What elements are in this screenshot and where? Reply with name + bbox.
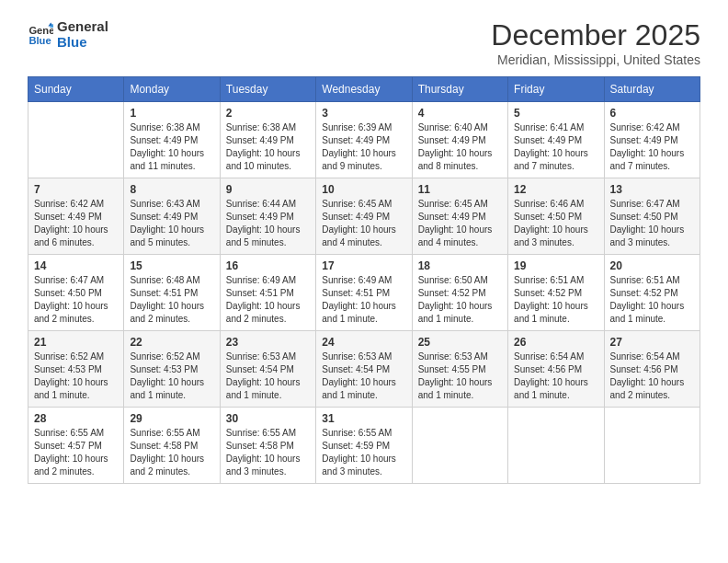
day-number: 6 xyxy=(610,107,694,120)
header-thursday: Thursday xyxy=(412,77,507,102)
day-info: Sunrise: 6:51 AM Sunset: 4:52 PM Dayligh… xyxy=(514,274,597,326)
day-number: 12 xyxy=(514,183,597,196)
day-number: 13 xyxy=(610,183,694,196)
day-info: Sunrise: 6:42 AM Sunset: 4:49 PM Dayligh… xyxy=(34,198,118,249)
calendar-cell: 19Sunrise: 6:51 AM Sunset: 4:52 PM Dayli… xyxy=(508,255,604,331)
day-info: Sunrise: 6:42 AM Sunset: 4:49 PM Dayligh… xyxy=(610,121,694,173)
day-info: Sunrise: 6:55 AM Sunset: 4:58 PM Dayligh… xyxy=(226,427,310,478)
day-info: Sunrise: 6:53 AM Sunset: 4:54 PM Dayligh… xyxy=(322,350,405,402)
calendar-week-4: 21Sunrise: 6:52 AM Sunset: 4:53 PM Dayli… xyxy=(28,331,700,408)
day-info: Sunrise: 6:54 AM Sunset: 4:56 PM Dayligh… xyxy=(514,350,597,402)
day-number: 23 xyxy=(226,336,310,349)
day-number: 24 xyxy=(322,336,405,349)
day-info: Sunrise: 6:51 AM Sunset: 4:52 PM Dayligh… xyxy=(610,274,694,326)
day-info: Sunrise: 6:55 AM Sunset: 4:58 PM Dayligh… xyxy=(130,427,213,478)
day-info: Sunrise: 6:43 AM Sunset: 4:49 PM Dayligh… xyxy=(130,198,213,249)
day-info: Sunrise: 6:44 AM Sunset: 4:49 PM Dayligh… xyxy=(226,198,310,249)
day-number: 30 xyxy=(226,412,310,425)
calendar-cell: 20Sunrise: 6:51 AM Sunset: 4:52 PM Dayli… xyxy=(604,255,700,331)
calendar-cell: 10Sunrise: 6:45 AM Sunset: 4:49 PM Dayli… xyxy=(316,178,412,255)
calendar-cell: 5Sunrise: 6:41 AM Sunset: 4:49 PM Daylig… xyxy=(508,102,604,178)
calendar-cell: 9Sunrise: 6:44 AM Sunset: 4:49 PM Daylig… xyxy=(220,178,315,255)
day-info: Sunrise: 6:55 AM Sunset: 4:57 PM Dayligh… xyxy=(34,427,118,478)
header-sunday: Sunday xyxy=(28,77,124,102)
day-number: 28 xyxy=(34,412,118,425)
day-info: Sunrise: 6:47 AM Sunset: 4:50 PM Dayligh… xyxy=(34,274,118,326)
calendar-cell: 29Sunrise: 6:55 AM Sunset: 4:58 PM Dayli… xyxy=(124,408,220,484)
day-number: 18 xyxy=(418,259,502,272)
day-info: Sunrise: 6:39 AM Sunset: 4:49 PM Dayligh… xyxy=(322,121,405,173)
day-number: 5 xyxy=(514,107,597,120)
day-info: Sunrise: 6:40 AM Sunset: 4:49 PM Dayligh… xyxy=(418,121,502,173)
day-number: 16 xyxy=(226,259,310,272)
day-number: 26 xyxy=(514,336,597,349)
day-number: 10 xyxy=(322,183,405,196)
calendar-cell: 18Sunrise: 6:50 AM Sunset: 4:52 PM Dayli… xyxy=(412,255,507,331)
day-number: 15 xyxy=(130,259,213,272)
calendar-week-2: 7Sunrise: 6:42 AM Sunset: 4:49 PM Daylig… xyxy=(28,178,700,255)
calendar-week-3: 14Sunrise: 6:47 AM Sunset: 4:50 PM Dayli… xyxy=(28,255,700,331)
day-info: Sunrise: 6:49 AM Sunset: 4:51 PM Dayligh… xyxy=(322,274,405,326)
header-saturday: Saturday xyxy=(604,77,700,102)
calendar-cell xyxy=(412,408,507,484)
day-number: 21 xyxy=(34,336,118,349)
calendar-cell: 3Sunrise: 6:39 AM Sunset: 4:49 PM Daylig… xyxy=(316,102,412,178)
calendar-cell: 30Sunrise: 6:55 AM Sunset: 4:58 PM Dayli… xyxy=(220,408,315,484)
day-number: 8 xyxy=(130,183,213,196)
calendar-cell xyxy=(508,408,604,484)
calendar-header-row: SundayMondayTuesdayWednesdayThursdayFrid… xyxy=(28,77,700,102)
calendar-cell: 28Sunrise: 6:55 AM Sunset: 4:57 PM Dayli… xyxy=(28,408,124,484)
calendar-cell xyxy=(604,408,700,484)
calendar-cell: 22Sunrise: 6:52 AM Sunset: 4:53 PM Dayli… xyxy=(124,331,220,408)
calendar-cell: 21Sunrise: 6:52 AM Sunset: 4:53 PM Dayli… xyxy=(28,331,124,408)
page-header: General Blue General Blue December 2025 … xyxy=(28,18,700,67)
calendar-week-1: 1Sunrise: 6:38 AM Sunset: 4:49 PM Daylig… xyxy=(28,102,700,178)
calendar-cell: 31Sunrise: 6:55 AM Sunset: 4:59 PM Dayli… xyxy=(316,408,412,484)
logo-blue: Blue xyxy=(57,34,108,50)
calendar-cell: 8Sunrise: 6:43 AM Sunset: 4:49 PM Daylig… xyxy=(124,178,220,255)
day-info: Sunrise: 6:38 AM Sunset: 4:49 PM Dayligh… xyxy=(130,121,213,173)
day-info: Sunrise: 6:49 AM Sunset: 4:51 PM Dayligh… xyxy=(226,274,310,326)
calendar-cell: 23Sunrise: 6:53 AM Sunset: 4:54 PM Dayli… xyxy=(220,331,315,408)
day-info: Sunrise: 6:53 AM Sunset: 4:55 PM Dayligh… xyxy=(418,350,502,402)
logo: General Blue General Blue xyxy=(28,18,108,50)
calendar-cell: 2Sunrise: 6:38 AM Sunset: 4:49 PM Daylig… xyxy=(220,102,315,178)
day-info: Sunrise: 6:55 AM Sunset: 4:59 PM Dayligh… xyxy=(322,427,405,478)
day-number: 4 xyxy=(418,107,502,120)
day-info: Sunrise: 6:47 AM Sunset: 4:50 PM Dayligh… xyxy=(610,198,694,249)
calendar-cell: 24Sunrise: 6:53 AM Sunset: 4:54 PM Dayli… xyxy=(316,331,412,408)
calendar-cell: 11Sunrise: 6:45 AM Sunset: 4:49 PM Dayli… xyxy=(412,178,507,255)
location: Meridian, Mississippi, United States xyxy=(491,52,700,67)
header-tuesday: Tuesday xyxy=(220,77,315,102)
day-number: 2 xyxy=(226,107,310,120)
day-number: 25 xyxy=(418,336,502,349)
day-info: Sunrise: 6:54 AM Sunset: 4:56 PM Dayligh… xyxy=(610,350,694,402)
day-number: 27 xyxy=(610,336,694,349)
svg-text:General: General xyxy=(28,25,53,36)
logo-general: General xyxy=(57,18,108,34)
day-info: Sunrise: 6:38 AM Sunset: 4:49 PM Dayligh… xyxy=(226,121,310,173)
day-info: Sunrise: 6:41 AM Sunset: 4:49 PM Dayligh… xyxy=(514,121,597,173)
calendar-cell: 27Sunrise: 6:54 AM Sunset: 4:56 PM Dayli… xyxy=(604,331,700,408)
calendar-week-5: 28Sunrise: 6:55 AM Sunset: 4:57 PM Dayli… xyxy=(28,408,700,484)
day-number: 31 xyxy=(322,412,405,425)
calendar-cell: 14Sunrise: 6:47 AM Sunset: 4:50 PM Dayli… xyxy=(28,255,124,331)
day-number: 14 xyxy=(34,259,118,272)
calendar-cell: 25Sunrise: 6:53 AM Sunset: 4:55 PM Dayli… xyxy=(412,331,507,408)
day-info: Sunrise: 6:50 AM Sunset: 4:52 PM Dayligh… xyxy=(418,274,502,326)
day-info: Sunrise: 6:52 AM Sunset: 4:53 PM Dayligh… xyxy=(130,350,213,402)
day-number: 19 xyxy=(514,259,597,272)
calendar-table: SundayMondayTuesdayWednesdayThursdayFrid… xyxy=(28,76,700,484)
day-number: 11 xyxy=(418,183,502,196)
calendar-cell: 6Sunrise: 6:42 AM Sunset: 4:49 PM Daylig… xyxy=(604,102,700,178)
day-number: 17 xyxy=(322,259,405,272)
calendar-cell: 13Sunrise: 6:47 AM Sunset: 4:50 PM Dayli… xyxy=(604,178,700,255)
day-info: Sunrise: 6:48 AM Sunset: 4:51 PM Dayligh… xyxy=(130,274,213,326)
day-info: Sunrise: 6:45 AM Sunset: 4:49 PM Dayligh… xyxy=(418,198,502,249)
day-info: Sunrise: 6:45 AM Sunset: 4:49 PM Dayligh… xyxy=(322,198,405,249)
day-info: Sunrise: 6:53 AM Sunset: 4:54 PM Dayligh… xyxy=(226,350,310,402)
day-number: 1 xyxy=(130,107,213,120)
day-number: 29 xyxy=(130,412,213,425)
day-number: 3 xyxy=(322,107,405,120)
calendar-cell: 12Sunrise: 6:46 AM Sunset: 4:50 PM Dayli… xyxy=(508,178,604,255)
